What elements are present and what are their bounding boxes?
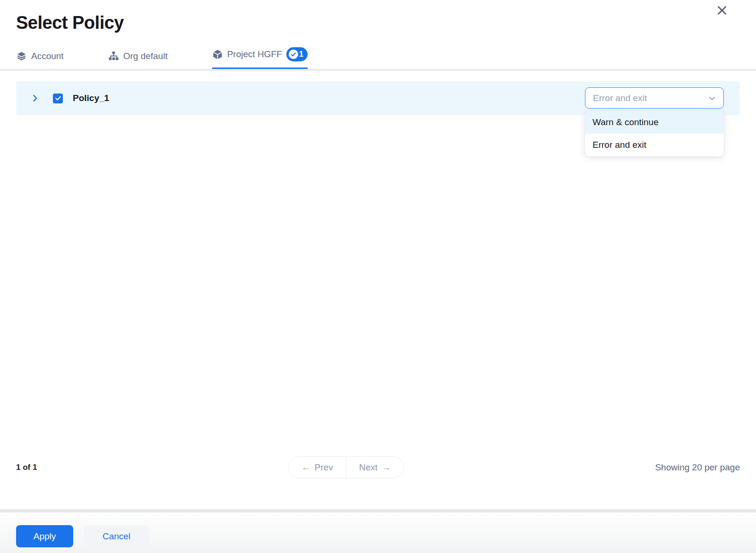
tab-bar: Account Org default Proje — [16, 47, 756, 69]
policy-list: Policy_1 Error and exit Warn & continue … — [0, 81, 756, 115]
prev-button[interactable]: ← Prev — [289, 457, 346, 478]
chevron-down-icon — [707, 94, 717, 103]
layers-icon — [16, 51, 27, 61]
next-label: Next — [359, 462, 378, 473]
dropdown-option-warn-continue[interactable]: Warn & continue — [585, 111, 724, 134]
close-button[interactable] — [714, 3, 730, 18]
cancel-button[interactable]: Cancel — [84, 525, 149, 547]
policy-name: Policy_1 — [73, 93, 109, 103]
failure-action-dropdown: Warn & continue Error and exit — [585, 111, 724, 156]
badge-count: 1 — [299, 50, 303, 59]
chevron-right-icon — [30, 93, 40, 103]
select-value: Error and exit — [593, 93, 647, 103]
cube-icon — [212, 49, 223, 60]
org-chart-icon — [108, 51, 119, 61]
policy-checkbox[interactable] — [53, 94, 63, 103]
tab-account[interactable]: Account — [16, 51, 64, 69]
dropdown-option-error-exit[interactable]: Error and exit — [585, 134, 724, 156]
footer-divider — [0, 509, 756, 512]
tabs-divider — [0, 69, 756, 71]
footer-bar: Apply Cancel — [0, 512, 756, 553]
check-icon — [55, 95, 61, 102]
tab-label: Account — [31, 51, 64, 61]
tab-label: Org default — [123, 51, 168, 61]
select-policy-modal: Select Policy Account — [0, 0, 756, 553]
failure-action-select[interactable]: Error and exit — [585, 87, 724, 109]
tab-project-hgff[interactable]: Project HGFF 1 — [212, 47, 308, 69]
close-icon — [716, 4, 728, 17]
next-button[interactable]: Next → — [346, 457, 404, 478]
arrow-right-icon: → — [382, 462, 391, 473]
tab-label: Project HGFF — [227, 49, 282, 60]
per-page-label: Showing 20 per page — [655, 462, 740, 473]
check-icon — [289, 50, 298, 59]
expand-row-button[interactable] — [30, 93, 40, 103]
modal-title: Select Policy — [0, 0, 756, 33]
policy-row: Policy_1 Error and exit Warn & continue … — [16, 81, 740, 115]
pagination-bar: 1 of 1 ← Prev Next → Showing 20 per page — [16, 456, 740, 478]
prev-label: Prev — [315, 462, 333, 473]
tab-org-default[interactable]: Org default — [108, 51, 168, 69]
arrow-left-icon: ← — [301, 462, 310, 473]
selected-count-badge: 1 — [286, 47, 308, 61]
apply-button[interactable]: Apply — [16, 525, 73, 547]
page-indicator: 1 of 1 — [16, 463, 37, 472]
pager-control: ← Prev Next → — [288, 456, 404, 478]
